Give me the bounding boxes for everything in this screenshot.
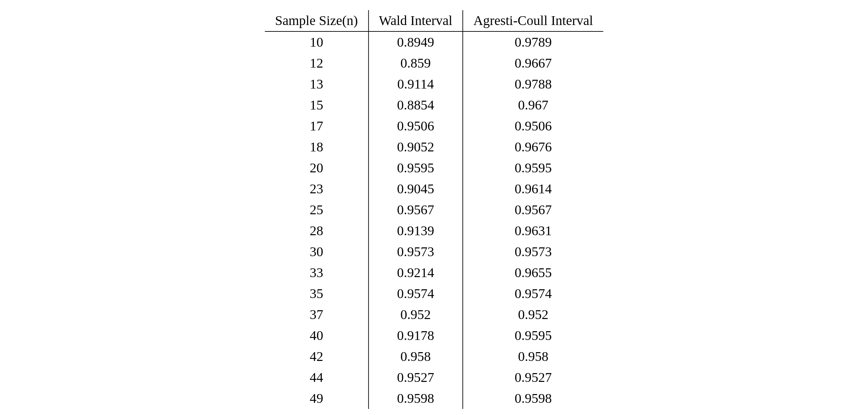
cell-wald: 0.9045 xyxy=(368,178,463,199)
cell-wald: 0.9595 xyxy=(368,157,463,178)
table-body: 100.89490.9789 120.8590.9667 130.91140.9… xyxy=(265,31,603,409)
cell-n: 20 xyxy=(265,157,368,178)
cell-n: 12 xyxy=(265,53,368,74)
cell-wald: 0.9574 xyxy=(368,283,463,304)
col-header-sample-size: Sample Size(n) xyxy=(265,10,368,31)
cell-wald: 0.8949 xyxy=(368,31,463,53)
cell-ac: 0.9595 xyxy=(463,157,603,178)
cell-n: 30 xyxy=(265,241,368,262)
table-head: Sample Size(n) Wald Interval Agresti-Cou… xyxy=(265,10,603,31)
table-row: 370.9520.952 xyxy=(265,304,603,325)
cell-ac: 0.967 xyxy=(463,95,603,116)
cell-wald: 0.958 xyxy=(368,346,463,367)
cell-ac: 0.9527 xyxy=(463,367,603,388)
table-row: 230.90450.9614 xyxy=(265,178,603,199)
cell-ac: 0.9789 xyxy=(463,31,603,53)
cell-n: 40 xyxy=(265,325,368,346)
cell-n: 25 xyxy=(265,199,368,220)
cell-n: 13 xyxy=(265,74,368,95)
cell-ac: 0.9676 xyxy=(463,137,603,157)
cell-wald: 0.9506 xyxy=(368,116,463,137)
cell-wald: 0.859 xyxy=(368,53,463,74)
cell-n: 28 xyxy=(265,220,368,241)
cell-n: 49 xyxy=(265,388,368,409)
table-row: 300.95730.9573 xyxy=(265,241,603,262)
cell-ac: 0.9573 xyxy=(463,241,603,262)
cell-ac: 0.9567 xyxy=(463,199,603,220)
cell-ac: 0.9667 xyxy=(463,53,603,74)
table-row: 150.88540.967 xyxy=(265,95,603,116)
table-row: 440.95270.9527 xyxy=(265,367,603,388)
cell-n: 44 xyxy=(265,367,368,388)
cell-wald: 0.9214 xyxy=(368,262,463,283)
cell-n: 35 xyxy=(265,283,368,304)
cell-wald: 0.9567 xyxy=(368,199,463,220)
cell-n: 23 xyxy=(265,178,368,199)
cell-n: 15 xyxy=(265,95,368,116)
table-row: 130.91140.9788 xyxy=(265,74,603,95)
cell-n: 17 xyxy=(265,116,368,137)
cell-wald: 0.9114 xyxy=(368,74,463,95)
table-row: 490.95980.9598 xyxy=(265,388,603,409)
coverage-table: Sample Size(n) Wald Interval Agresti-Cou… xyxy=(265,10,603,409)
cell-wald: 0.9598 xyxy=(368,388,463,409)
table-row: 400.91780.9595 xyxy=(265,325,603,346)
table-row: 180.90520.9676 xyxy=(265,137,603,157)
table-row: 100.89490.9789 xyxy=(265,31,603,53)
cell-ac: 0.9574 xyxy=(463,283,603,304)
cell-ac: 0.9506 xyxy=(463,116,603,137)
cell-wald: 0.952 xyxy=(368,304,463,325)
table-row: 200.95950.9595 xyxy=(265,157,603,178)
cell-ac: 0.9631 xyxy=(463,220,603,241)
cell-wald: 0.9527 xyxy=(368,367,463,388)
table-container: Sample Size(n) Wald Interval Agresti-Cou… xyxy=(265,10,603,415)
table-header-row: Sample Size(n) Wald Interval Agresti-Cou… xyxy=(265,10,603,31)
cell-n: 37 xyxy=(265,304,368,325)
table-row: 330.92140.9655 xyxy=(265,262,603,283)
col-header-agresti-coull: Agresti-Coull Interval xyxy=(463,10,603,31)
cell-n: 42 xyxy=(265,346,368,367)
cell-ac: 0.958 xyxy=(463,346,603,367)
page: Sample Size(n) Wald Interval Agresti-Cou… xyxy=(0,0,868,415)
cell-ac: 0.9598 xyxy=(463,388,603,409)
cell-ac: 0.9655 xyxy=(463,262,603,283)
cell-wald: 0.9052 xyxy=(368,137,463,157)
cell-n: 10 xyxy=(265,31,368,53)
cell-wald: 0.9573 xyxy=(368,241,463,262)
cell-wald: 0.9178 xyxy=(368,325,463,346)
cell-n: 18 xyxy=(265,137,368,157)
cell-ac: 0.9788 xyxy=(463,74,603,95)
cell-wald: 0.9139 xyxy=(368,220,463,241)
table-row: 420.9580.958 xyxy=(265,346,603,367)
cell-wald: 0.8854 xyxy=(368,95,463,116)
cell-ac: 0.9595 xyxy=(463,325,603,346)
cell-ac: 0.952 xyxy=(463,304,603,325)
cell-ac: 0.9614 xyxy=(463,178,603,199)
table-row: 120.8590.9667 xyxy=(265,53,603,74)
table-row: 350.95740.9574 xyxy=(265,283,603,304)
table-row: 170.95060.9506 xyxy=(265,116,603,137)
table-row: 280.91390.9631 xyxy=(265,220,603,241)
table-row: 250.95670.9567 xyxy=(265,199,603,220)
cell-n: 33 xyxy=(265,262,368,283)
col-header-wald: Wald Interval xyxy=(368,10,463,31)
